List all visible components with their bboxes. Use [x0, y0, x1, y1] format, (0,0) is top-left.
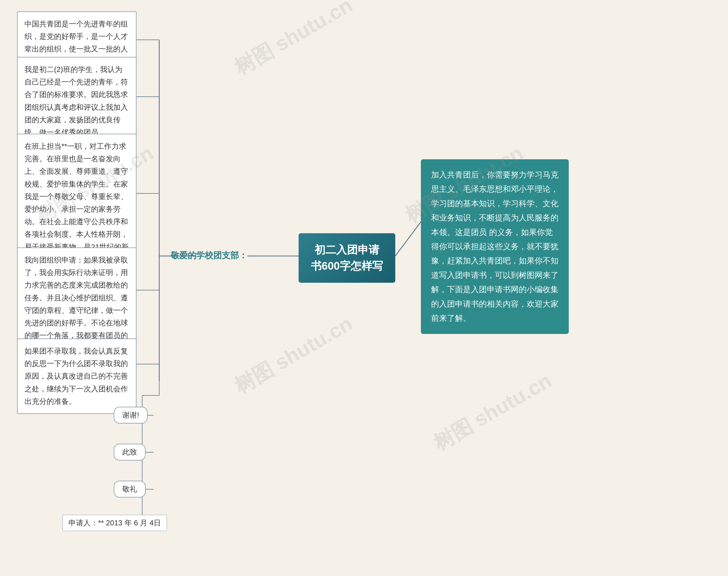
right-node-text: 加入共青团后，你需要努力学习马克思主义、毛泽东思想和邓小平理论，学习团的基本知识… [431, 170, 558, 322]
watermark-1: 树图 shutu.cn [230, 0, 357, 81]
label-node: 敬爱的学校团支部： [171, 250, 247, 261]
central-text: 初二入团申请书600字怎样写 [311, 244, 383, 272]
zhizhi-text: 此致 [122, 448, 137, 456]
svg-line-8 [395, 222, 421, 256]
watermark-5: 树图 shutu.cn [429, 367, 556, 457]
mindmap-container: 树图 shutu.cn 树图 shutu.cn 树图 shutu.cn 树图 s… [0, 0, 728, 576]
jingli-text: 敬礼 [122, 485, 137, 493]
right-node: 加入共青团后，你需要努力学习马克思主义、毛泽东思想和邓小平理论，学习团的基本知识… [421, 159, 569, 334]
left-node-2: 我是初二(2)班的学生，我认为自己已经是一个先进的青年，符合了团的标准要求。因此… [17, 57, 137, 145]
date-text: 申请人：** 2013 年 6 月 4日 [68, 519, 161, 527]
left-node-5: 如果团不录取我，我会认真反复的反思一下为什么团不录取我的原因，及认真改进自己的不… [17, 339, 137, 414]
date-node: 申请人：** 2013 年 6 月 4日 [63, 515, 167, 531]
small-node-zhizhi: 此致 [114, 444, 146, 461]
left-node-2-text: 我是初二(2)班的学生，我认为自己已经是一个先进的青年，符合了团的标准要求。因此… [25, 65, 128, 137]
central-node: 初二入团申请书600字怎样写 [299, 233, 395, 283]
thanks-text: 谢谢! [122, 411, 139, 419]
small-node-thanks: 谢谢! [114, 407, 148, 424]
left-node-5-text: 如果团不录取我，我会认真反复的反思一下为什么团不录取我的原因，及认真改进自己的不… [25, 347, 128, 406]
label-text: 敬爱的学校团支部： [171, 251, 247, 260]
watermark-4: 树图 shutu.cn [230, 310, 357, 400]
small-node-jingli: 敬礼 [114, 481, 146, 497]
